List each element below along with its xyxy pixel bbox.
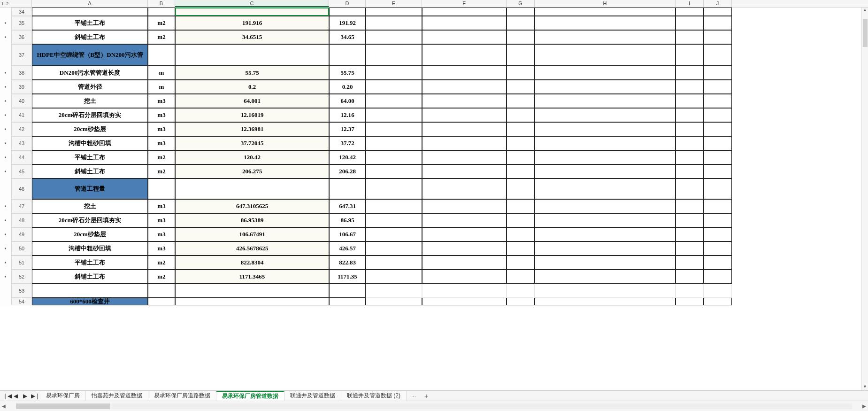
cell-H41[interactable] xyxy=(535,108,676,122)
row-header[interactable]: 46 xyxy=(11,178,32,199)
cell-I49[interactable] xyxy=(676,227,704,241)
cell-D40[interactable]: 64.00 xyxy=(329,94,366,108)
cell-C48[interactable]: 86.95389 xyxy=(175,213,329,227)
cell-E52[interactable] xyxy=(366,270,422,284)
cell-J36[interactable] xyxy=(704,30,732,44)
outline-gutter[interactable] xyxy=(0,284,11,298)
cell-C49[interactable]: 106.67491 xyxy=(175,227,329,241)
cell-A36[interactable]: 斜铺土工布 xyxy=(32,30,148,44)
row-header[interactable]: 44 xyxy=(11,150,32,164)
cell-C42[interactable]: 12.36981 xyxy=(175,122,329,136)
cell-G39[interactable] xyxy=(507,80,535,94)
column-header-A[interactable]: A xyxy=(32,0,148,7)
cell-H52[interactable] xyxy=(535,270,676,284)
cell-G49[interactable] xyxy=(507,227,535,241)
cell-C47[interactable]: 647.3105625 xyxy=(175,199,329,213)
cell-J38[interactable] xyxy=(704,66,732,80)
cell-E54[interactable] xyxy=(366,298,422,305)
cell-C41[interactable]: 12.16019 xyxy=(175,108,329,122)
cell-F46[interactable] xyxy=(422,178,507,199)
cell-F42[interactable] xyxy=(422,122,507,136)
cell-H35[interactable] xyxy=(535,16,676,30)
cell-B34[interactable] xyxy=(148,8,175,16)
row-header[interactable]: 41 xyxy=(11,108,32,122)
cell-A35[interactable]: 平铺土工布 xyxy=(32,16,148,30)
grid-body[interactable]: 3435平铺土工布m2191.916191.9236斜铺土工布m234.6515… xyxy=(0,8,861,390)
cell-F38[interactable] xyxy=(422,66,507,80)
cell-A45[interactable]: 斜铺土工布 xyxy=(32,164,148,178)
cell-H43[interactable] xyxy=(535,136,676,150)
cell-H40[interactable] xyxy=(535,94,676,108)
cell-G48[interactable] xyxy=(507,213,535,227)
cell-A47[interactable]: 挖土 xyxy=(32,199,148,213)
cell-B36[interactable]: m2 xyxy=(148,30,175,44)
cell-B46[interactable] xyxy=(148,178,175,199)
tab-add-button[interactable]: + xyxy=(421,391,432,401)
cell-A42[interactable]: 20cm砂垫层 xyxy=(32,122,148,136)
cell-F49[interactable] xyxy=(422,227,507,241)
row-header[interactable]: 38 xyxy=(11,66,32,80)
cell-E41[interactable] xyxy=(366,108,422,122)
row-header[interactable]: 37 xyxy=(11,44,32,66)
cell-E53[interactable] xyxy=(366,284,422,298)
cell-D52[interactable]: 1171.35 xyxy=(329,270,366,284)
tab-nav-prev[interactable]: ◀ xyxy=(12,393,19,399)
cell-D54[interactable] xyxy=(329,298,366,305)
outline-gutter[interactable] xyxy=(0,270,11,284)
cell-A49[interactable]: 20cm砂垫层 xyxy=(32,227,148,241)
cell-I54[interactable] xyxy=(676,298,704,305)
cell-D53[interactable] xyxy=(329,284,366,298)
outline-gutter[interactable] xyxy=(0,256,11,270)
cell-A44[interactable]: 平铺土工布 xyxy=(32,150,148,164)
column-header-J[interactable]: J xyxy=(704,0,732,7)
cell-H36[interactable] xyxy=(535,30,676,44)
cell-E43[interactable] xyxy=(366,136,422,150)
horizontal-scrollbar[interactable]: ◀ ▶ xyxy=(0,401,868,411)
row-header[interactable]: 52 xyxy=(11,270,32,284)
cell-A39[interactable]: 管道外径 xyxy=(32,80,148,94)
row-header[interactable]: 42 xyxy=(11,122,32,136)
cell-J52[interactable] xyxy=(704,270,732,284)
cell-H47[interactable] xyxy=(535,199,676,213)
cell-E38[interactable] xyxy=(366,66,422,80)
cell-A38[interactable]: DN200污水管管道长度 xyxy=(32,66,148,80)
cell-J50[interactable] xyxy=(704,241,732,256)
cell-G36[interactable] xyxy=(507,30,535,44)
cell-E51[interactable] xyxy=(366,256,422,270)
cell-J45[interactable] xyxy=(704,164,732,178)
cell-D35[interactable]: 191.92 xyxy=(329,16,366,30)
outline-gutter[interactable] xyxy=(0,94,11,108)
cell-I39[interactable] xyxy=(676,80,704,94)
sheet-tab[interactable]: 易承环保厂房 xyxy=(40,391,86,401)
cell-I35[interactable] xyxy=(676,16,704,30)
sheet-tab[interactable]: 联通井及管道数据 (2) xyxy=(341,391,407,401)
cell-E46[interactable] xyxy=(366,178,422,199)
cell-C35[interactable]: 191.916 xyxy=(175,16,329,30)
cell-B47[interactable]: m3 xyxy=(148,199,175,213)
cell-I41[interactable] xyxy=(676,108,704,122)
column-header-D[interactable]: D xyxy=(329,0,366,7)
cell-H42[interactable] xyxy=(535,122,676,136)
cell-B43[interactable]: m3 xyxy=(148,136,175,150)
cell-I50[interactable] xyxy=(676,241,704,256)
column-header-H[interactable]: H xyxy=(535,0,676,7)
cell-A40[interactable]: 挖土 xyxy=(32,94,148,108)
cell-A52[interactable]: 斜铺土工布 xyxy=(32,270,148,284)
cell-A51[interactable]: 平铺土工布 xyxy=(32,256,148,270)
cell-G54[interactable] xyxy=(507,298,535,305)
cell-J47[interactable] xyxy=(704,199,732,213)
cell-G45[interactable] xyxy=(507,164,535,178)
column-header-B[interactable]: B xyxy=(148,0,175,7)
cell-E36[interactable] xyxy=(366,30,422,44)
cell-G42[interactable] xyxy=(507,122,535,136)
cell-G38[interactable] xyxy=(507,66,535,80)
cell-C40[interactable]: 64.001 xyxy=(175,94,329,108)
cell-D48[interactable]: 86.95 xyxy=(329,213,366,227)
outline-gutter[interactable] xyxy=(0,122,11,136)
cell-F37[interactable] xyxy=(422,44,507,66)
cell-D49[interactable]: 106.67 xyxy=(329,227,366,241)
cell-H39[interactable] xyxy=(535,80,676,94)
cell-E50[interactable] xyxy=(366,241,422,256)
cell-G46[interactable] xyxy=(507,178,535,199)
outline-gutter[interactable] xyxy=(0,241,11,256)
